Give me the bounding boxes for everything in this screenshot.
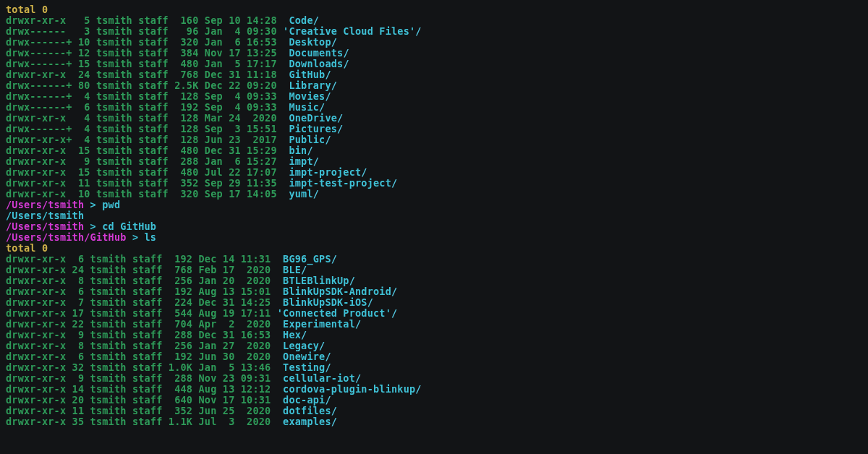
perm: drwxr-xr-x xyxy=(6,145,78,156)
links: 8 xyxy=(78,340,90,351)
output-text: /Users/tsmith xyxy=(6,210,84,221)
date: Jun 25 2020 xyxy=(199,405,284,416)
ls-row: drwxr-xr-x 32 tsmith staff 1.0K Jan 5 13… xyxy=(6,362,862,373)
prompt-cmd[interactable]: pwd xyxy=(102,199,120,210)
ls-row: drwxr-xr-x 9 tsmith staff 288 Nov 23 09:… xyxy=(6,373,862,384)
size: 128 xyxy=(181,112,205,124)
dir-slash: / xyxy=(337,112,343,124)
ls-row: drwxr-xr-x 8 tsmith staff 256 Jan 27 202… xyxy=(6,340,862,351)
date: Jun 23 2017 xyxy=(205,134,289,145)
user: tsmith xyxy=(96,134,138,145)
dir-name: BTLEBlinkUp xyxy=(283,275,349,286)
dir-slash: / xyxy=(343,58,349,69)
user: tsmith xyxy=(96,123,138,134)
user: tsmith xyxy=(90,286,132,297)
dir-slash: / xyxy=(325,69,331,80)
dir-name: OneDrive xyxy=(289,112,337,124)
links: 15 xyxy=(78,145,96,156)
dir-name: BLE xyxy=(283,264,301,275)
ls-row: drwxr-xr-x 15 tsmith staff 480 Jul 22 17… xyxy=(6,167,862,178)
dir-slash: / xyxy=(325,394,331,406)
quote-close: ' xyxy=(386,307,391,319)
date: Jul 3 2020 xyxy=(199,416,284,427)
ls-row: drwxr-xr-x 6 tsmith staff 192 Jun 30 202… xyxy=(6,351,862,362)
perm: drwxr-xr-x xyxy=(6,155,84,167)
prompt-cmd[interactable]: cd GitHub xyxy=(102,220,156,232)
links: 11 xyxy=(72,405,90,416)
dir-slash: / xyxy=(319,340,325,351)
perm: drwxr-xr-x xyxy=(6,286,78,297)
ls-row: drwx------ 3 tsmith staff 96 Jan 4 09:30… xyxy=(6,26,862,37)
perm: drwxr-xr-x xyxy=(6,361,72,373)
links: 11 xyxy=(78,177,96,189)
ls-row: drwx------+ 15 tsmith staff 480 Jan 5 17… xyxy=(6,59,862,69)
dir-slash: / xyxy=(349,275,355,286)
group: staff xyxy=(138,36,180,48)
ls-row: drwx------+ 4 tsmith staff 128 Sep 4 09:… xyxy=(6,91,862,102)
size: 96 xyxy=(187,25,205,37)
links: 6 xyxy=(78,253,90,265)
ls-row: drwxr-xr-x 5 tsmith staff 160 Sep 10 14:… xyxy=(6,15,862,26)
dir-name: doc-api xyxy=(283,394,325,406)
date: Sep 17 14:05 xyxy=(205,188,289,200)
date: Nov 17 13:25 xyxy=(205,47,289,59)
size: 480 xyxy=(181,58,205,69)
date: Jul 22 17:07 xyxy=(205,166,289,178)
user: tsmith xyxy=(96,177,138,189)
user: tsmith xyxy=(90,351,132,362)
user: tsmith xyxy=(96,80,138,91)
user: tsmith xyxy=(96,145,138,156)
user: tsmith xyxy=(96,47,138,59)
user: tsmith xyxy=(90,372,132,384)
prompt-path: /Users/tsmith xyxy=(6,220,90,232)
links: 9 xyxy=(78,329,90,340)
user: tsmith xyxy=(90,307,132,319)
date: Feb 17 2020 xyxy=(199,264,284,275)
links: 20 xyxy=(72,394,90,406)
prompt-cmd[interactable]: ls xyxy=(145,231,157,243)
group: staff xyxy=(138,123,180,134)
perm: drwxr-xr-x xyxy=(6,264,72,275)
group: staff xyxy=(132,394,174,406)
date: Apr 2 2020 xyxy=(199,318,284,330)
size: 288 xyxy=(174,329,198,340)
group: staff xyxy=(138,112,180,124)
date: Nov 17 10:31 xyxy=(199,394,284,406)
ls-row: drwxr-xr-x 15 tsmith staff 480 Dec 31 15… xyxy=(6,145,862,156)
group: staff xyxy=(138,47,180,59)
dir-slash: / xyxy=(301,329,307,340)
links: 6 xyxy=(84,101,96,113)
group: staff xyxy=(138,166,180,178)
perm: drwxr-xr-x xyxy=(6,394,72,406)
size: 768 xyxy=(174,264,198,275)
date: Jan 20 2020 xyxy=(199,275,284,286)
size: 288 xyxy=(181,155,205,167)
ls-row: drwxr-xr-x 20 tsmith staff 640 Nov 17 10… xyxy=(6,395,862,406)
perm: drwxr-xr-x xyxy=(6,416,72,427)
group: staff xyxy=(132,286,174,297)
dir-slash: / xyxy=(325,90,331,102)
size: 256 xyxy=(174,275,198,286)
dir-slash: / xyxy=(319,101,325,113)
group: staff xyxy=(132,296,174,308)
ls-row: drwxr-xr-x+ 4 tsmith staff 128 Jun 23 20… xyxy=(6,134,862,145)
perm: drwxr-xr-x xyxy=(6,188,78,200)
perm: drwxr-xr-x xyxy=(6,275,78,286)
group: staff xyxy=(132,361,169,373)
links: 10 xyxy=(78,188,96,200)
prompt-line: /Users/tsmith > cd GitHub xyxy=(6,221,862,232)
ls-row: drwxr-xr-x 9 tsmith staff 288 Jan 6 15:2… xyxy=(6,156,862,167)
perm: drwx------+ xyxy=(6,36,78,48)
user: tsmith xyxy=(96,112,138,124)
size: 704 xyxy=(174,318,198,330)
user: tsmith xyxy=(96,155,138,167)
dir-slash: / xyxy=(391,307,397,319)
dir-name: Legacy xyxy=(283,340,319,351)
terminal-output[interactable]: total 0drwxr-xr-x 5 tsmith staff 160 Sep… xyxy=(0,0,868,427)
size: 480 xyxy=(181,145,205,156)
date: Aug 13 12:12 xyxy=(199,383,284,395)
dir-slash: / xyxy=(331,405,337,416)
links: 8 xyxy=(78,275,90,286)
dir-slash: / xyxy=(325,351,331,362)
perm: drwx------+ xyxy=(6,123,84,134)
